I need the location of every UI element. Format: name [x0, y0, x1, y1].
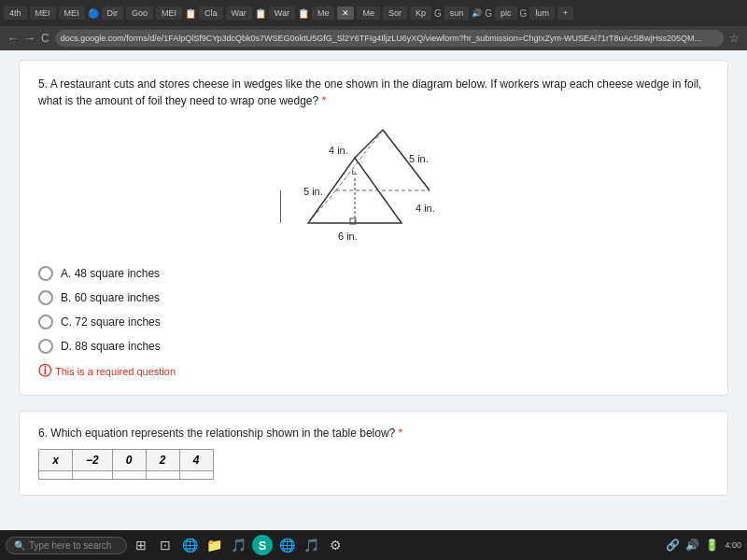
- table-cell: [39, 471, 73, 480]
- back-button[interactable]: ←: [7, 32, 19, 45]
- table-header-4: 4: [179, 450, 213, 471]
- svg-text:6 in.: 6 in.: [338, 231, 358, 242]
- tab-lum[interactable]: lum: [529, 7, 555, 20]
- windows-button[interactable]: ⊞: [131, 535, 151, 555]
- svg-line-5: [336, 130, 383, 190]
- required-star5: *: [322, 94, 327, 107]
- tab-plus[interactable]: +: [557, 7, 573, 20]
- radio-a[interactable]: [38, 266, 53, 281]
- edge-icon[interactable]: 🌐: [179, 535, 200, 555]
- app-icon1[interactable]: 🎵: [228, 535, 248, 555]
- tab-icon4: 📋: [298, 8, 309, 19]
- svg-text:4 in.: 4 in.: [329, 145, 348, 156]
- question5-card: 5. A restaurant cuts and stores cheese i…: [19, 60, 728, 396]
- tab-icon7: G: [520, 8, 528, 19]
- tab-war2[interactable]: War: [269, 7, 295, 20]
- option-c-label: C. 72 square inches: [61, 315, 161, 329]
- tab-me1[interactable]: Me: [312, 7, 335, 20]
- tab-4th[interactable]: 4th: [4, 7, 27, 20]
- required-text5: This is a required question: [55, 366, 176, 377]
- tab-pic[interactable]: pic: [495, 7, 517, 20]
- table-cell: [112, 471, 146, 480]
- tab-dir[interactable]: Dir: [102, 7, 124, 20]
- battery-icon: 🔋: [705, 539, 719, 552]
- refresh-button[interactable]: C: [41, 32, 49, 45]
- data-table: x −2 0 2 4: [38, 449, 214, 480]
- required-star6: *: [399, 427, 403, 440]
- tab-goo[interactable]: Goo: [126, 7, 153, 20]
- app-icon4[interactable]: 🎵: [301, 535, 321, 555]
- radio-d[interactable]: [38, 339, 53, 354]
- search-icon: 🔍: [14, 540, 25, 551]
- question6-text: 6. Which equation represents the relatio…: [38, 427, 709, 440]
- network-icon: 🔗: [666, 539, 680, 552]
- tab-icon2: 📋: [185, 8, 196, 19]
- tab-sor[interactable]: Sor: [383, 7, 407, 20]
- file-explorer-icon[interactable]: 📁: [204, 535, 224, 555]
- tab-cla[interactable]: Cla: [199, 7, 223, 20]
- clock: 4:00: [725, 540, 741, 550]
- volume-icon: 🔊: [685, 539, 699, 552]
- tab-me2[interactable]: Me: [357, 7, 380, 20]
- speaker-icon: 🔊: [472, 8, 482, 18]
- bookmark-icon[interactable]: ☆: [729, 32, 740, 45]
- option-b-label: B. 60 square inches: [61, 291, 160, 304]
- question5-text: 5. A restaurant cuts and stores cheese i…: [38, 76, 709, 109]
- address-bar: ← → C ☆: [0, 26, 747, 50]
- tab-icon3: 📋: [255, 8, 266, 19]
- settings-icon[interactable]: ⚙: [325, 535, 345, 555]
- app-icon3[interactable]: 🌐: [276, 535, 297, 555]
- app-icon2[interactable]: S: [252, 535, 273, 555]
- table-header-0: 0: [112, 450, 146, 471]
- tab-icon: 🔵: [88, 8, 99, 19]
- table-wrapper: x −2 0 2 4: [38, 449, 709, 480]
- diagram-area: 4 in. 5 in. 5 in. 4 in. 6 in. ⊾: [38, 120, 709, 251]
- tab-mei3[interactable]: MEI: [156, 7, 182, 20]
- question6-body: Which equation represents the relationsh…: [50, 427, 395, 440]
- svg-text:5 in.: 5 in.: [303, 186, 323, 197]
- question5-number: 5.: [38, 77, 48, 91]
- option-a-label: A. 48 square inches: [61, 267, 160, 280]
- option-c[interactable]: C. 72 square inches: [38, 315, 709, 329]
- radio-b[interactable]: [38, 290, 53, 305]
- url-input[interactable]: [55, 30, 724, 47]
- svg-line-2: [355, 130, 383, 158]
- search-placeholder: Type here to search: [29, 540, 111, 551]
- table-header-x: x: [39, 450, 73, 471]
- tab-mei1[interactable]: MEI: [30, 7, 56, 20]
- search-bar[interactable]: 🔍 Type here to search: [6, 537, 127, 554]
- table-header-neg2: −2: [73, 450, 113, 471]
- tab-mei2[interactable]: MEI: [59, 7, 85, 20]
- option-d[interactable]: D. 88 square inches: [38, 339, 709, 354]
- taskbar-right: 🔗 🔊 🔋 4:00: [666, 539, 741, 552]
- table-cell: [179, 471, 213, 480]
- question6-number: 6.: [38, 427, 48, 440]
- svg-text:⊾: ⊾: [351, 167, 359, 176]
- tab-icon5: G: [434, 8, 442, 19]
- task-view-button[interactable]: ⊡: [155, 535, 176, 555]
- table-cell: [146, 471, 179, 480]
- question6-card: 6. Which equation represents the relatio…: [19, 411, 728, 496]
- table-row-1: [39, 471, 214, 480]
- option-a[interactable]: A. 48 square inches: [38, 266, 709, 281]
- cheese-wedge-diagram: 4 in. 5 in. 5 in. 4 in. 6 in. ⊾: [280, 120, 467, 251]
- tab-active[interactable]: ✕: [337, 7, 354, 20]
- option-b[interactable]: B. 60 square inches: [38, 290, 709, 305]
- main-content: 5. A restaurant cuts and stores cheese i…: [0, 50, 747, 530]
- table-cell: [73, 471, 113, 480]
- tab-icon6: G: [485, 8, 492, 19]
- browser-tabs: 4th MEI MEI 🔵 Dir Goo MEI 📋 Cla War 📋 Wa…: [0, 0, 747, 26]
- required-icon5: ⓘ: [38, 363, 51, 380]
- svg-text:4 in.: 4 in.: [416, 203, 435, 214]
- svg-text:5 in.: 5 in.: [409, 153, 429, 164]
- forward-button[interactable]: →: [24, 32, 35, 45]
- required-notice5: ⓘ This is a required question: [38, 363, 709, 380]
- question5-body: A restaurant cuts and stores cheese in w…: [38, 77, 701, 107]
- option-d-label: D. 88 square inches: [61, 340, 161, 353]
- tab-war1[interactable]: War: [226, 7, 252, 20]
- table-header-2: 2: [146, 450, 179, 471]
- win-taskbar: 🔍 Type here to search ⊞ ⊡ 🌐 📁 🎵 S 🌐 🎵 ⚙ …: [0, 530, 747, 560]
- tab-sun[interactable]: sun: [444, 7, 470, 20]
- radio-c[interactable]: [38, 315, 53, 329]
- tab-kp[interactable]: Kp: [410, 7, 431, 20]
